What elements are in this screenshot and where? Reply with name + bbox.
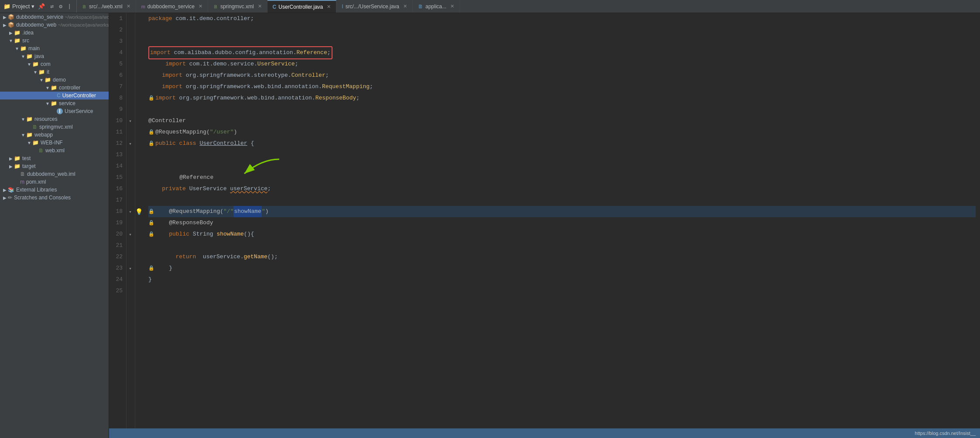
userservice-java-icon: I [57, 108, 63, 114]
sidebar-item-it[interactable]: ▼ 📁 it [0, 68, 109, 76]
gutter-cell-25 [127, 285, 135, 297]
tab-springmvc-xml-close[interactable]: ✕ [258, 3, 262, 9]
gutter-cell-23: ▾ [127, 263, 135, 274]
pin-icon[interactable]: 📌 [36, 2, 47, 11]
sidebar-item-src[interactable]: ▼ 📁 src [0, 37, 109, 44]
tab-applica-close[interactable]: ✕ [450, 3, 454, 9]
fold-marker-12[interactable]: ▾ [129, 141, 132, 147]
bulb-cell-18[interactable]: 💡 [135, 206, 144, 217]
bulb-gutter: 💡 [135, 13, 144, 428]
code-container: 1 2 3 4 5 6 7 8 9 10 11 12 13 14 15 16 1… [109, 13, 980, 428]
tab-usercontroller[interactable]: C UserController.java ✕ [267, 0, 337, 13]
idea-folder-icon: 📁 [14, 30, 21, 36]
sidebar-item-iml[interactable]: 🗎 dubbodemo_web.iml [0, 170, 109, 178]
src-folder-icon: 📁 [14, 38, 21, 44]
code-line-17 [148, 195, 976, 206]
sidebar-item-target[interactable]: ▶ 📁 target [0, 162, 109, 170]
arrow-icon: ▼ [32, 70, 38, 75]
userservice-field: userService [230, 183, 267, 195]
code-line-12: 🔒 public class UserController { [148, 138, 976, 149]
import-8: org.springframework.web.bind.annotation. [179, 92, 315, 104]
code-line-5: import com.it.demo.service.UserService; [148, 58, 976, 70]
import-kw-7: import [148, 81, 186, 92]
sidebar-item-usercontroller[interactable]: C UserController [0, 92, 109, 99]
sidebar-item-webinf[interactable]: ▼ 📁 WEB-INF [0, 139, 109, 147]
bg-empty [135, 161, 144, 172]
sidebar-item-scratches[interactable]: ▶ ✏ Scratches and Consoles [0, 194, 109, 202]
sidebar-item-service[interactable]: ▼ 📁 service [0, 99, 109, 107]
bg-empty [135, 104, 144, 115]
kw-return-22: return [148, 251, 203, 263]
tab-web-xml-close[interactable]: ✕ [127, 3, 130, 9]
green-arrow [236, 157, 288, 179]
main-area: ▶ 📦 dubbodemo_service ~/workspace/java/w… [0, 13, 980, 438]
demo-label: demo [53, 77, 66, 83]
sidebar-item-test[interactable]: ▶ 📁 test [0, 154, 109, 162]
springmvc-xml-icon: 🗎 [32, 124, 38, 130]
tab-applica-label: applica... [425, 3, 446, 10]
import-kw-5: import [152, 58, 189, 70]
sidebar-item-external-libs[interactable]: ▶ 📚 External Libraries [0, 186, 109, 194]
import-pkg: com.alibaba.dubbo.config.annotation. [174, 47, 297, 58]
import-7: org.springframework.web.bind.annotation. [186, 81, 322, 92]
tabs-container: 🗎 src/.../web.xml ✕ m dubbodemo_service … [77, 0, 980, 13]
settings-icon[interactable]: ⚙ [57, 2, 64, 11]
sidebar-item-idea[interactable]: ▶ 📁 .idea [0, 29, 109, 37]
tab-applica[interactable]: 🗎 applica... ✕ [413, 0, 460, 13]
bg-empty [135, 58, 144, 70]
code-line-9 [148, 104, 976, 115]
bg-empty [135, 172, 144, 183]
fold-marker-23[interactable]: ▾ [129, 266, 132, 271]
arrow-icon: ▶ [2, 23, 8, 27]
lightbulb-icon[interactable]: 💡 [135, 208, 143, 216]
project-dropdown-icon[interactable]: ▾ [31, 3, 34, 10]
sidebar-item-dubbodemo-service[interactable]: ▶ 📦 dubbodemo_service ~/workspace/java/w… [0, 13, 109, 21]
lock-icon-19: 🔒 [148, 217, 154, 229]
fold-marker-10[interactable]: ▾ [129, 118, 132, 124]
xml2-icon: 🗎 [213, 4, 218, 9]
tab-userservice[interactable]: I src/.../UserService.java ✕ [336, 0, 413, 13]
sidebar-item-webapp[interactable]: ▼ 📁 webapp [0, 131, 109, 139]
fold-marker-20[interactable]: ▾ [129, 232, 132, 237]
sidebar-item-springmvc-xml[interactable]: 🗎 springmvc.xml [0, 123, 109, 131]
tab-userservice-close[interactable]: ✕ [403, 3, 407, 9]
sidebar-item-demo[interactable]: ▼ 📁 demo [0, 76, 109, 84]
test-label: test [22, 155, 31, 161]
sync-icon[interactable]: ⇄ [48, 2, 55, 11]
sidebar-item-dubbodemo-web[interactable]: ▶ 📦 dubbodemo_web ~/workspace/java/works… [0, 21, 109, 29]
tab-usercontroller-close[interactable]: ✕ [327, 4, 331, 10]
params-20: (){ [244, 229, 254, 240]
project-label: 📁 Project ▾ [3, 3, 34, 10]
sidebar-item-com[interactable]: ▼ 📁 com [0, 60, 109, 68]
bg-empty [135, 240, 144, 251]
service-folder-icon: 📁 [51, 100, 57, 106]
code-line-4: import com.alibaba.dubbo.config.annotati… [148, 47, 976, 58]
sidebar-item-resources[interactable]: ▼ 📁 resources [0, 115, 109, 123]
getname-method: getName [243, 251, 267, 263]
requestmapping-18: RequestMapping( [172, 206, 223, 217]
sidebar-item-java[interactable]: ▼ 📁 java [0, 52, 109, 60]
string-18b: " [262, 206, 265, 217]
sidebar-item-web-xml[interactable]: 🗎 web.xml [0, 147, 109, 154]
annotation-19: @ResponseBody [155, 217, 213, 229]
gutter-cell-16 [127, 183, 135, 195]
sidebar-item-pom[interactable]: m pom.xml [0, 178, 109, 186]
line-numbers: 1 2 3 4 5 6 7 8 9 10 11 12 13 14 15 16 1… [109, 13, 127, 428]
tab-dubbodemo-service[interactable]: m dubbodemo_service ✕ [136, 0, 208, 13]
import-ref: Reference [296, 47, 327, 58]
bg-empty [135, 92, 144, 104]
webapp-label: webapp [34, 132, 53, 138]
demo-folder-icon: 📁 [45, 77, 51, 83]
sidebar-item-userservice[interactable]: I UserService [0, 107, 109, 115]
module-folder-icon: 📦 [8, 14, 14, 20]
tab-springmvc-xml[interactable]: 🗎 springmvc.xml ✕ [208, 0, 267, 13]
sidebar-item-main[interactable]: ▼ 📁 main [0, 44, 109, 52]
com-folder-icon: 📁 [32, 61, 39, 67]
gutter-cell-8 [127, 92, 135, 104]
classname-12: UserController [199, 138, 247, 149]
tab-web-xml[interactable]: 🗎 src/.../web.xml ✕ [77, 0, 136, 13]
fold-marker-18[interactable]: ▾ [129, 209, 132, 215]
semi-6: ; [326, 70, 329, 81]
sidebar-item-controller[interactable]: ▼ 📁 controller [0, 84, 109, 92]
tab-dubbodemo-service-close[interactable]: ✕ [199, 3, 202, 9]
